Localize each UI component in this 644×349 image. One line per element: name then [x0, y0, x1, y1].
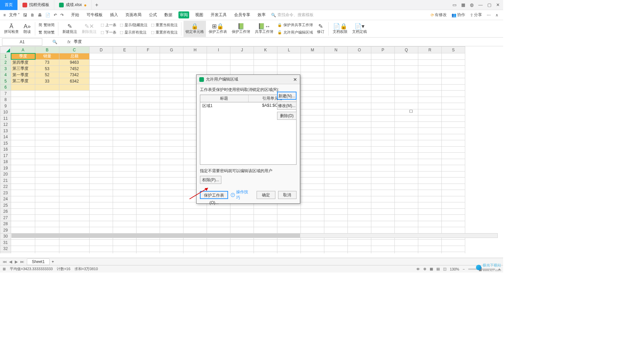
- cell[interactable]: [35, 240, 59, 246]
- cell[interactable]: [348, 97, 371, 103]
- cell[interactable]: [11, 252, 35, 254]
- cell[interactable]: [113, 227, 137, 234]
- row-header[interactable]: 9: [0, 103, 11, 109]
- cell[interactable]: [35, 184, 59, 190]
- cell[interactable]: [113, 246, 137, 252]
- cell[interactable]: [442, 97, 465, 103]
- cell[interactable]: [59, 227, 90, 234]
- cell[interactable]: [348, 146, 371, 153]
- cell[interactable]: [35, 215, 59, 221]
- cell[interactable]: [442, 115, 465, 122]
- cell[interactable]: [348, 66, 371, 72]
- cell[interactable]: [418, 227, 442, 234]
- cell[interactable]: [137, 140, 160, 147]
- row-header[interactable]: 25: [0, 202, 11, 209]
- col-header[interactable]: O: [348, 47, 371, 53]
- cell[interactable]: [90, 215, 113, 221]
- cell[interactable]: [254, 66, 277, 72]
- share-workbook-button[interactable]: 📗↔共享工作簿: [253, 21, 275, 37]
- menu-视图[interactable]: 视图: [194, 11, 205, 18]
- cell[interactable]: [395, 171, 418, 178]
- cell[interactable]: [35, 246, 59, 252]
- name-box[interactable]: A1: [2, 38, 42, 46]
- cell[interactable]: [183, 252, 207, 254]
- cell[interactable]: [90, 202, 113, 209]
- cell[interactable]: [137, 190, 160, 196]
- print-icon[interactable]: 🖶: [38, 13, 42, 17]
- row-header[interactable]: 15: [0, 140, 11, 147]
- cell[interactable]: [324, 171, 348, 178]
- cell[interactable]: [90, 66, 113, 72]
- cell[interactable]: [137, 59, 160, 66]
- cell[interactable]: [160, 134, 183, 140]
- cell[interactable]: [113, 202, 137, 209]
- cell[interactable]: [324, 134, 348, 140]
- cell[interactable]: [59, 159, 90, 165]
- cell[interactable]: [395, 178, 418, 184]
- cell[interactable]: [371, 178, 395, 184]
- cell[interactable]: [35, 178, 59, 184]
- cell[interactable]: [324, 190, 348, 196]
- cell[interactable]: [137, 146, 160, 153]
- cell[interactable]: [137, 240, 160, 246]
- cell[interactable]: [348, 227, 371, 234]
- cell[interactable]: [207, 208, 230, 215]
- cell[interactable]: [324, 128, 348, 134]
- cell[interactable]: [442, 146, 465, 153]
- ok-button[interactable]: 确定: [257, 191, 275, 199]
- cell[interactable]: [395, 165, 418, 171]
- cell[interactable]: [160, 91, 183, 97]
- cell[interactable]: [59, 240, 90, 246]
- cell[interactable]: [277, 59, 301, 66]
- cell[interactable]: [11, 159, 35, 165]
- cell[interactable]: [418, 202, 442, 209]
- row-header[interactable]: 2: [0, 59, 11, 66]
- cell[interactable]: [113, 159, 137, 165]
- cell[interactable]: [348, 91, 371, 97]
- cell[interactable]: [90, 128, 113, 134]
- cell[interactable]: [90, 159, 113, 165]
- cell[interactable]: [371, 171, 395, 178]
- cell[interactable]: [324, 153, 348, 159]
- cell[interactable]: [137, 171, 160, 178]
- cell[interactable]: [207, 246, 230, 252]
- sheet-last-icon[interactable]: ⏭: [19, 259, 25, 264]
- cell[interactable]: [442, 153, 465, 159]
- cell[interactable]: [348, 103, 371, 109]
- cell[interactable]: [59, 196, 90, 202]
- cell[interactable]: [254, 227, 277, 234]
- cell[interactable]: [160, 165, 183, 171]
- cell[interactable]: [137, 215, 160, 221]
- cell[interactable]: [113, 153, 137, 159]
- cell[interactable]: [230, 240, 254, 246]
- cell[interactable]: [371, 159, 395, 165]
- cell[interactable]: [395, 109, 418, 115]
- cell[interactable]: [418, 252, 442, 254]
- cell[interactable]: [113, 97, 137, 103]
- cell[interactable]: [183, 215, 207, 221]
- simp-to-trad-button[interactable]: 繁 简转繁: [39, 29, 55, 36]
- cell[interactable]: [11, 115, 35, 122]
- eye-icon[interactable]: 👁: [416, 267, 420, 271]
- cell[interactable]: [277, 66, 301, 72]
- cell[interactable]: [324, 208, 348, 215]
- cell[interactable]: [35, 134, 59, 140]
- cell[interactable]: [418, 121, 442, 128]
- cell[interactable]: [324, 178, 348, 184]
- cell[interactable]: [348, 84, 371, 91]
- cell[interactable]: [113, 128, 137, 134]
- cell[interactable]: [442, 140, 465, 147]
- cell[interactable]: [301, 59, 324, 66]
- cell[interactable]: [137, 246, 160, 252]
- menu-开始[interactable]: 开始: [70, 11, 80, 18]
- row-header[interactable]: 12: [0, 121, 11, 128]
- minimize-button[interactable]: —: [478, 2, 483, 7]
- row-header[interactable]: 27: [0, 215, 11, 221]
- cell[interactable]: [59, 208, 90, 215]
- cell[interactable]: [160, 109, 183, 115]
- cell[interactable]: [137, 159, 160, 165]
- cell[interactable]: [301, 208, 324, 215]
- cell[interactable]: [418, 171, 442, 178]
- cell[interactable]: [418, 240, 442, 246]
- cell[interactable]: [59, 84, 90, 91]
